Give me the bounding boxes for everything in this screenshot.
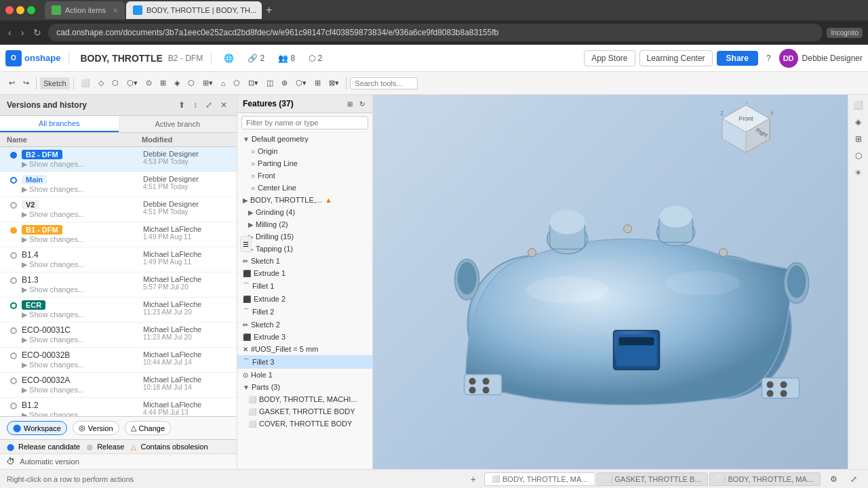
feature-grid-btn[interactable]: ⊞	[345, 100, 355, 108]
close-dot[interactable]	[5, 6, 14, 14]
view-iso-btn[interactable]: ◈	[851, 115, 866, 129]
ft-tapping[interactable]: ▶ Tapping (1)	[237, 243, 372, 255]
show-changes-eco31c[interactable]: ▶ Show changes...	[22, 336, 143, 344]
version-item-eco31c[interactable]: ECO-00031C ▶ Show changes... Michael LaF…	[0, 323, 237, 348]
ft-tool-7[interactable]: ◈	[171, 77, 183, 89]
all-branches-tab[interactable]: All branches	[0, 116, 119, 132]
back-button[interactable]: ‹	[5, 26, 14, 39]
users-btn[interactable]: 👥 8	[274, 51, 299, 66]
default-geometry-group[interactable]: ▼ Default geometry	[237, 133, 372, 145]
ft-tool-14[interactable]: ⊛	[278, 77, 291, 89]
ft-tool-2[interactable]: ◇	[95, 77, 107, 89]
ft-tool-5[interactable]: ⊙	[142, 77, 155, 89]
show-changes-b12[interactable]: ▶ Show changes...	[22, 411, 143, 416]
ft-front[interactable]: ○ Front	[237, 169, 372, 182]
view-front-btn[interactable]: ⬜	[851, 98, 866, 113]
version-btn[interactable]: 🔗 2	[243, 51, 269, 66]
show-changes-eco32a[interactable]: ▶ Show changes...	[22, 386, 143, 394]
tab-body-throttle[interactable]: BODY, THROTTLE | BODY, TH... ✕	[126, 1, 262, 19]
ft-sketch1[interactable]: ✏ Sketch 1	[237, 255, 372, 267]
version-item-v2[interactable]: V2 ▶ Show changes... Debbie Designer 4:5…	[0, 197, 237, 222]
panel-action-1[interactable]: ⬆	[176, 99, 188, 111]
ft-drilling[interactable]: ▶ Drilling (15)	[237, 230, 372, 243]
globe-button[interactable]: 🌐	[220, 51, 238, 66]
ft-extrude1[interactable]: ⬛ Extrude 1	[237, 267, 372, 279]
ft-tool-16[interactable]: ⊞	[311, 77, 324, 89]
app-store-button[interactable]: App Store	[584, 50, 635, 66]
version-item-b14[interactable]: B1.4 ▶ Show changes... Michael LaFleche …	[0, 247, 237, 272]
ft-body-throttle[interactable]: ▶ BODY, THROTTLE,... ▲	[237, 194, 372, 206]
learning-center-button[interactable]: Learning Center	[639, 50, 713, 66]
view-section-btn[interactable]: ⊞	[851, 131, 866, 146]
feature-refresh-btn[interactable]: ↻	[357, 100, 367, 108]
url-input[interactable]	[48, 24, 823, 41]
panel-action-3[interactable]: ⤢	[203, 99, 215, 111]
ft-parting-line[interactable]: ○ Parting Line	[237, 157, 372, 169]
panel-action-2[interactable]: ↕	[191, 99, 200, 111]
tab-action-items[interactable]: Action items ✕	[45, 1, 125, 19]
new-tab-button[interactable]: +	[263, 4, 275, 16]
share-count-btn[interactable]: ⬡ 2	[304, 51, 326, 66]
status-expand-btn[interactable]: ⤢	[846, 472, 861, 487]
version-item-b1dfm[interactable]: B1 - DFM ▶ Show changes... Michael LaFle…	[0, 222, 237, 247]
version-item-ecr[interactable]: ECR ▶ Show changes... Michael LaFleche 1…	[0, 298, 237, 323]
panel-collapse-btn[interactable]: ☰	[240, 236, 252, 252]
help-button[interactable]: ?	[762, 51, 775, 66]
ft-extrude2[interactable]: ⬛ Extrude 2	[237, 293, 372, 305]
version-item-eco32b[interactable]: ECO-00032B ▶ Show changes... Michael LaF…	[0, 348, 237, 373]
maximize-dot[interactable]	[27, 6, 35, 14]
ft-tool-6[interactable]: ⊞	[157, 77, 170, 89]
version-item-b12[interactable]: B1.2 ▶ Show changes... Michael LaFleche …	[0, 398, 237, 416]
version-item-b13[interactable]: B1.3 ▶ Show changes... Michael LaFleche …	[0, 272, 237, 298]
render-mode-btn[interactable]: ☀	[851, 165, 866, 180]
show-changes-b1dfm[interactable]: ▶ Show changes...	[22, 235, 143, 244]
bottom-tab-1[interactable]: ⬜ BODY, THROTTLE, MA...	[484, 472, 595, 486]
ft-part2[interactable]: ⬜ GASKET, THROTTLE BODY	[237, 405, 372, 418]
change-badge[interactable]: △ Change	[125, 421, 172, 435]
share-button[interactable]: Share	[717, 51, 758, 66]
status-settings-btn[interactable]: ⚙	[826, 472, 841, 487]
ft-sketch2[interactable]: ✏ Sketch 2	[237, 319, 372, 331]
ft-origin[interactable]: ○ Origin	[237, 145, 372, 157]
user-avatar[interactable]: DD	[779, 49, 798, 68]
version-item-b2dfm[interactable]: B2 - DFM ▶ Show changes... Debbie Design…	[0, 147, 237, 172]
ft-uos-fillet[interactable]: ✕ #UOS_Fillet = 5 mm	[237, 343, 372, 355]
ft-fillet1[interactable]: ⌒ Fillet 1	[237, 279, 372, 293]
show-changes-ecr[interactable]: ▶ Show changes...	[22, 310, 143, 319]
show-changes-eco32b[interactable]: ▶ Show changes...	[22, 361, 143, 369]
ft-tool-1[interactable]: ⬜	[77, 77, 94, 89]
version-badge-btn[interactable]: ◎ Version	[73, 421, 119, 435]
ft-fillet3[interactable]: ⌒ Fillet 3	[237, 355, 372, 369]
bottom-tab-3[interactable]: ⬜ BODY, THROTTLE, MA...	[709, 472, 821, 486]
ft-center-line[interactable]: ○ Center Line	[237, 182, 372, 194]
ft-part1[interactable]: ⬜ BODY, THROTTLE, MACHI...	[237, 393, 372, 405]
feature-search-input[interactable]	[241, 116, 368, 129]
3d-viewport[interactable]: Front Right X Y Z	[373, 95, 868, 469]
ft-tool-10[interactable]: ⌂	[218, 77, 229, 89]
ft-milling[interactable]: ▶ Milling (2)	[237, 218, 372, 230]
ft-grinding[interactable]: ▶ Grinding (4)	[237, 206, 372, 218]
tab-close-1[interactable]: ✕	[113, 7, 118, 14]
ft-parts[interactable]: ▼ Parts (3)	[237, 381, 372, 393]
ft-tool-11[interactable]: ⬠	[230, 77, 243, 89]
refresh-button[interactable]: ↻	[31, 26, 44, 39]
ft-part3[interactable]: ⬜ COVER, THROTTLE BODY	[237, 418, 372, 430]
ft-tool-12[interactable]: ⊡▾	[245, 77, 262, 89]
bottom-tab-2[interactable]: ⬜ GASKET, THROTTLE B...	[597, 472, 709, 486]
show-changes-b13[interactable]: ▶ Show changes...	[22, 285, 143, 294]
show-changes-b2dfm[interactable]: ▶ Show changes...	[22, 160, 143, 169]
ft-tool-15[interactable]: ⬡▾	[292, 77, 310, 89]
undo-button[interactable]: ↩	[5, 77, 18, 89]
ft-tool-17[interactable]: ⊠▾	[326, 77, 342, 89]
workspace-badge[interactable]: ⬤ Workspace	[7, 421, 67, 435]
minimize-dot[interactable]	[16, 6, 24, 14]
add-tab-button[interactable]: +	[468, 474, 479, 485]
ft-tool-8[interactable]: ⬡	[184, 77, 198, 89]
version-item-main[interactable]: Main ▶ Show changes... Debbie Designer 4…	[0, 172, 237, 197]
ft-tool-4[interactable]: ⬡▾	[123, 77, 141, 89]
search-tools-input[interactable]	[350, 77, 418, 89]
show-changes-v2[interactable]: ▶ Show changes...	[22, 210, 143, 219]
version-item-eco32a[interactable]: ECO-00032A ▶ Show changes... Michael LaF…	[0, 373, 237, 398]
display-mode-btn[interactable]: ⬡	[851, 148, 866, 163]
forward-button[interactable]: ›	[18, 26, 27, 39]
